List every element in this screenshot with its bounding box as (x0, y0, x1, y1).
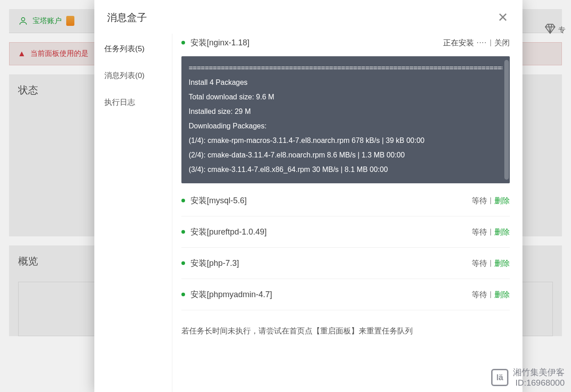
terminal-line: (2/4): cmake-data-3.11.4-7.el8.noarch.rp… (189, 148, 503, 162)
user-icon (18, 16, 28, 26)
delete-task-link[interactable]: 删除 (494, 227, 510, 237)
status-dot-icon (181, 293, 185, 296)
task-label: 安装[pureftpd-1.0.49] (190, 226, 267, 237)
delete-task-link[interactable]: 删除 (494, 289, 510, 300)
task-row: 安装[mysql-5.6] 等待 | 删除 (181, 185, 510, 216)
task-row-active: 安装[nginx-1.18] 正在安装 ···· | 关闭 (181, 34, 510, 56)
tab-tasks[interactable]: 任务列表(5) (94, 35, 172, 62)
terminal-scrollbar[interactable] (504, 60, 509, 180)
diamond-icon (544, 23, 556, 37)
pro-badge[interactable]: 专 (544, 23, 566, 37)
status-dot-icon (181, 261, 185, 265)
task-label: 安装[nginx-1.18] (190, 37, 249, 48)
pro-label: 专 (558, 25, 566, 35)
task-label: 安装[php-7.3] (190, 258, 239, 269)
message-box-modal: 消息盒子 ✕ 任务列表(5) 消息列表(0) 执行日志 安装[nginx-1.1… (94, 0, 522, 392)
task-status: 等待 (472, 196, 487, 206)
terminal-line: (3/4): cmake-3.11.4-7.el8.x86_64.rpm 30 … (189, 162, 503, 177)
svg-point-0 (21, 18, 24, 21)
loading-dots-icon: ···· (477, 38, 487, 47)
delete-task-link[interactable]: 删除 (494, 258, 510, 269)
task-status: 等待 (472, 227, 487, 237)
task-label: 安装[phpmyadmin-4.7] (190, 289, 272, 300)
watermark-line1: 湘竹集美伊客 (513, 367, 565, 378)
warning-text: 当前面板使用的是 (30, 49, 88, 59)
task-row: 安装[phpmyadmin-4.7] 等待 | 删除 (181, 279, 510, 310)
package-icon (66, 16, 74, 26)
task-list: 安装[nginx-1.18] 正在安装 ···· | 关闭 ==========… (172, 34, 522, 392)
modal-title: 消息盒子 (107, 11, 147, 24)
delete-task-link[interactable]: 删除 (494, 196, 510, 206)
close-task-link[interactable]: 关闭 (494, 38, 510, 48)
task-row: 安装[pureftpd-1.0.49] 等待 | 删除 (181, 216, 510, 248)
terminal-line: (1/4): cmake-rpm-macros-3.11.4-7.el8.noa… (189, 133, 503, 148)
task-label: 安装[mysql-5.6] (190, 195, 247, 206)
terminal-line: Total download size: 9.6 M (189, 90, 503, 104)
tab-logs[interactable]: 执行日志 (94, 89, 172, 116)
status-dot-icon (181, 199, 185, 202)
task-status: 等待 (472, 289, 487, 300)
terminal-line: Installed size: 29 M (189, 104, 503, 119)
terminal-line: ========================================… (189, 61, 503, 75)
task-status: 等待 (472, 258, 487, 269)
terminal-line: Install 4 Packages (189, 75, 503, 90)
hint-text: 若任务长时间未执行，请尝试在首页点【重启面板】来重置任务队列 (181, 310, 510, 341)
modal-header: 消息盒子 ✕ (94, 0, 522, 34)
modal-side-tabs: 任务列表(5) 消息列表(0) 执行日志 (94, 34, 172, 392)
task-status: 正在安装 (443, 38, 474, 48)
task-row: 安装[php-7.3] 等待 | 删除 (181, 248, 510, 279)
status-dot-icon (181, 230, 185, 234)
close-icon[interactable]: ✕ (496, 11, 510, 24)
account-link[interactable]: 宝塔账户 (33, 16, 62, 26)
watermark-logo-icon: lä (491, 369, 508, 386)
terminal-line: Downloading Packages: (189, 119, 503, 133)
watermark-line2: ID:16968000 (513, 377, 565, 388)
status-dot-icon (181, 41, 185, 44)
watermark: lä 湘竹集美伊客 ID:16968000 (491, 367, 565, 389)
tab-messages[interactable]: 消息列表(0) (94, 62, 172, 89)
terminal-output: ========================================… (181, 56, 510, 183)
warning-icon: ▲ (18, 49, 26, 59)
